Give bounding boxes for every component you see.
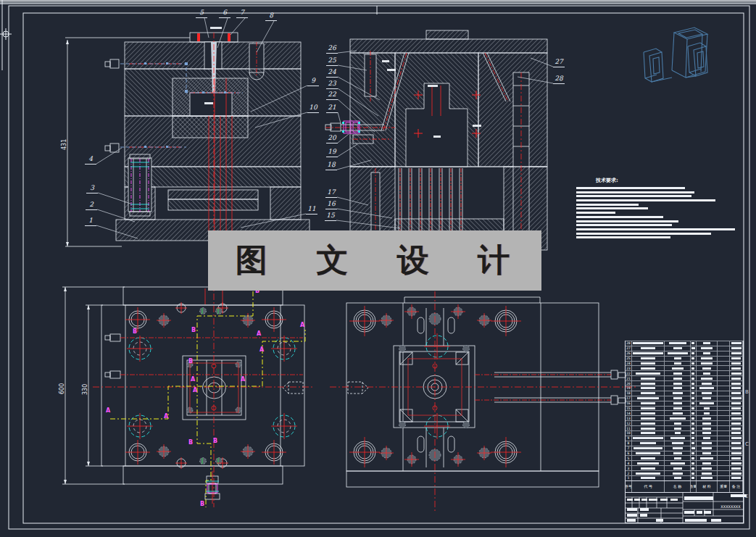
bom-cell xyxy=(632,476,665,480)
bom-row: 11 xyxy=(626,425,743,430)
bom-cell xyxy=(691,456,697,460)
bom-cell xyxy=(730,386,743,391)
bom-cell xyxy=(691,466,697,470)
bom-cell: 9 xyxy=(626,436,632,441)
bom-cell xyxy=(697,362,718,366)
bom-row: 23 xyxy=(626,365,743,370)
bom-cell xyxy=(718,431,730,436)
section-mark-b: B xyxy=(213,438,217,444)
bom-cell xyxy=(632,466,665,470)
bom-cell xyxy=(691,471,697,475)
bom-cell xyxy=(718,421,730,425)
bom-cell: 23 xyxy=(626,366,632,370)
bom-cell xyxy=(718,376,730,380)
bom-cell xyxy=(665,446,691,451)
bom-cell xyxy=(665,461,691,465)
part-label-6: 6 xyxy=(219,9,230,18)
bom-cell xyxy=(697,386,718,391)
side-section-view xyxy=(325,30,547,250)
bom-cell xyxy=(632,407,665,411)
section-mark-a: A xyxy=(241,376,245,383)
bom-cell xyxy=(691,436,697,441)
bom-cell xyxy=(730,391,743,396)
bom-cell xyxy=(632,341,665,346)
part-label-2: 2 xyxy=(86,201,97,210)
title-block-text-blob xyxy=(731,494,747,497)
bom-cell: 27 xyxy=(626,346,632,351)
part-label-8: 8 xyxy=(265,12,277,21)
bom-cell xyxy=(697,371,718,375)
bom-cell xyxy=(632,441,665,446)
bom-cell xyxy=(718,456,730,460)
tech-requirement-line xyxy=(576,228,735,230)
technical-requirements-title: 技术要求: xyxy=(596,177,747,184)
bom-cell xyxy=(730,421,743,425)
bom-cell xyxy=(697,461,718,465)
title-block-text-blob xyxy=(684,511,694,514)
bom-cell xyxy=(691,416,697,420)
bom-cell xyxy=(665,376,691,380)
bom-row: 4 xyxy=(626,460,743,465)
bom-cell xyxy=(665,416,691,420)
bom-cell xyxy=(691,341,697,346)
bom-cell xyxy=(691,381,697,386)
title-block-text-blob xyxy=(627,499,633,501)
bom-cell: 20 xyxy=(626,381,632,386)
section-mark-a: A xyxy=(191,376,195,383)
bom-cell xyxy=(665,441,691,446)
bom-cell xyxy=(691,451,697,456)
bom-cell xyxy=(718,381,730,386)
bom-cell xyxy=(718,341,730,346)
bom-cell xyxy=(718,446,730,451)
bom-cell xyxy=(632,396,665,401)
cad-drawing-sheet: 图 文 设 计 5 6 7 8 9 10 11 4 3 2 1 26 25 24… xyxy=(0,0,756,537)
part-label-7: 7 xyxy=(236,9,248,18)
title-block-text-blob xyxy=(640,514,647,517)
bom-cell xyxy=(665,451,691,456)
part-label-24: 24 xyxy=(326,68,338,78)
bom-cell xyxy=(632,401,665,406)
dim-431: 431 xyxy=(61,139,67,150)
bom-cell xyxy=(697,376,718,380)
zone-letter: C xyxy=(745,441,749,447)
bom-cell xyxy=(718,461,730,465)
micro-dimension-text xyxy=(433,136,441,138)
bom-cell xyxy=(718,366,730,370)
part-label-22: 22 xyxy=(326,91,338,100)
bom-cell xyxy=(632,381,665,386)
bom-cell: 15 xyxy=(626,407,632,411)
bom-cell xyxy=(697,441,718,446)
title-block-text-blob xyxy=(649,499,657,501)
bom-cell xyxy=(718,362,730,366)
micro-dimension-text xyxy=(473,125,481,127)
bom-cell xyxy=(665,466,691,470)
bom-row: 20 xyxy=(626,380,743,386)
bom-row: 14 xyxy=(626,410,743,415)
bom-cell xyxy=(691,411,697,415)
title-block-text-blob xyxy=(660,499,668,501)
part-label-1: 1 xyxy=(85,217,96,226)
bom-cell: 7 xyxy=(626,446,632,451)
tech-requirements-bars xyxy=(576,187,747,238)
bom-cell xyxy=(691,362,697,366)
part-label-19: 19 xyxy=(326,148,338,157)
bom-cell xyxy=(730,341,743,346)
bom-cell xyxy=(718,396,730,401)
bom-cell xyxy=(730,376,743,380)
bom-cell xyxy=(730,411,743,415)
bom-cell xyxy=(691,421,697,425)
bom-cell: 24 xyxy=(626,362,632,366)
title-block-text-blob xyxy=(670,499,678,501)
bom-row: 28 xyxy=(626,341,743,346)
bom-cell xyxy=(730,401,743,406)
bom-cell xyxy=(665,386,691,391)
part-label-23: 23 xyxy=(326,80,338,89)
bom-cell: 3 xyxy=(626,466,632,470)
bom-cell xyxy=(730,362,743,366)
bom-cell xyxy=(632,376,665,380)
bom-cell xyxy=(730,446,743,451)
bom-cell xyxy=(632,421,665,425)
bom-cell xyxy=(697,436,718,441)
bom-cell xyxy=(665,407,691,411)
bom-cell: 13 xyxy=(626,416,632,420)
